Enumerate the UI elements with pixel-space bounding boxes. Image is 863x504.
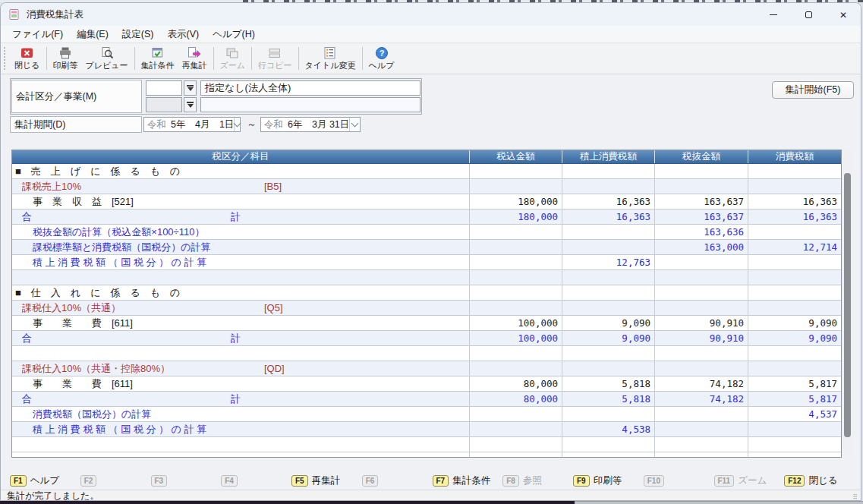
menu-item-file[interactable]: ファイル(F) [5, 26, 70, 43]
row-label: ■ 仕 入 れ に 係 る も の [12, 285, 469, 300]
cell-tax-included-amount: 80,000 [470, 376, 562, 391]
close-window-button[interactable] [826, 3, 861, 26]
chevron-down-icon[interactable] [234, 118, 240, 131]
table-row[interactable] [12, 437, 841, 452]
row-label: 積 上 消 費 税 額 （ 国 税 分 ） の 計 算 [12, 422, 469, 436]
cell-tax-excluded-amount [655, 179, 748, 194]
fkey-badge: F7 [433, 475, 449, 487]
cell-label: 課税標準額と消費税額（国税分）の計算 [12, 240, 470, 254]
table-row[interactable]: 事 業 費 [611]100,0009,09090,9109,090 [12, 316, 841, 331]
toolbar-rowcopy-button: 行コピー [254, 46, 296, 71]
toolbar-recalc-button[interactable]: 再集計 [178, 46, 211, 71]
fkey-f12[interactable]: F12閉じる [784, 474, 855, 487]
cell-consumption-tax: 16,363 [748, 194, 841, 209]
table-row[interactable]: 事 業 費 [611]80,0005,81874,1825,817 [12, 376, 841, 392]
table-row[interactable]: 課税標準額と消費税額（国税分）の計算163,00012,714 [12, 240, 841, 255]
table-row[interactable]: 課税仕入10%（共通）[Q5] [12, 301, 841, 316]
toolbar-button-label: 印刷等 [53, 61, 78, 70]
fkey-label: ヘルプ [30, 474, 59, 487]
preview-icon [100, 46, 114, 60]
fkey-f3: F3 [151, 475, 222, 487]
account-dropdown-button-2[interactable] [184, 97, 197, 112]
toolbar-help-button[interactable]: ?ヘルプ [365, 46, 398, 71]
title-edit-icon [323, 46, 337, 60]
toolbar-button-label: 閉じる [14, 61, 40, 70]
account-dropdown-button[interactable] [184, 80, 197, 96]
fkey-f11: F11ズーム [714, 474, 785, 487]
fkey-f2: F2 [80, 475, 151, 487]
cell-tax-included-amount [470, 361, 562, 376]
period-from-select[interactable]: 令和5年 4月 1日 [143, 117, 241, 132]
table-row[interactable]: 税抜金額の計算（税込金額×100÷110）163,636 [12, 225, 841, 240]
chevron-down-icon[interactable] [349, 118, 360, 131]
table-row[interactable]: 課税仕入10%（共通・控除80%）[QD] [12, 361, 841, 376]
start-aggregation-button[interactable]: 集計開始(F5) [772, 81, 854, 99]
maximize-button[interactable] [791, 3, 826, 26]
table-row[interactable]: 課税売上10%[B5] [12, 179, 841, 194]
menu-item-settings[interactable]: 設定(S) [115, 26, 161, 43]
scrollbar-thumb[interactable] [844, 173, 851, 437]
cell-consumption-tax [748, 270, 841, 285]
menu-item-view[interactable]: 表示(V) [160, 26, 206, 43]
table-row[interactable]: 積 上 消 費 税 額 （ 国 税 分 ） の 計 算4,538 [12, 422, 841, 437]
cell-accumulated-consumption-tax [562, 437, 655, 452]
table-row[interactable] [12, 270, 841, 285]
table-row[interactable]: 事 業 収 益 [521]180,00016,363163,63716,363 [12, 194, 841, 209]
fkey-f1[interactable]: F1ヘルプ [10, 474, 80, 487]
table-row[interactable]: 合計180,00016,363163,63716,363 [12, 209, 841, 225]
fkey-f9[interactable]: F9印刷等 [573, 474, 644, 487]
row-label-right: 計 [231, 392, 241, 406]
cell-accumulated-consumption-tax [562, 240, 655, 254]
toolbar-titlechange-button[interactable]: タイトル変更 [301, 46, 360, 71]
menu-item-edit[interactable]: 編集(E) [70, 26, 115, 43]
fkey-badge: F6 [362, 475, 379, 487]
svg-text:?: ? [379, 49, 384, 58]
table-row-partial [12, 452, 841, 457]
account-code-input-2[interactable] [146, 97, 182, 112]
table-header-row: 税区分／科目税込金額積上消費税額税抜金額消費税額 [12, 150, 841, 164]
period-to-select[interactable]: 令和6年 3月 31日 [260, 117, 361, 132]
account-code-input[interactable] [146, 80, 182, 96]
toolbar-close-button[interactable]: 閉じる [11, 46, 44, 71]
row-label: 合 [12, 209, 469, 224]
menu-item-help[interactable]: ヘルプ(H) [206, 26, 262, 43]
fkey-f7[interactable]: F7集計条件 [433, 474, 503, 487]
table-row[interactable]: ■ 仕 入 れ に 係 る も の [12, 285, 841, 301]
cell-tax-included-amount [470, 255, 562, 269]
table-row[interactable]: ■ 売 上 げ に 係 る も の [12, 164, 841, 179]
fkey-badge: F11 [714, 475, 735, 487]
toolbar-print-button[interactable]: 印刷等 [49, 46, 82, 71]
minimize-button[interactable] [756, 3, 791, 26]
toolbar-conditions-button[interactable]: 集計条件 [137, 46, 178, 71]
desktop-edge-bottom-right [575, 501, 863, 504]
cell-consumption-tax: 9,090 [748, 331, 841, 345]
cell-label: 税抜金額の計算（税込金額×100÷110） [12, 225, 470, 239]
table-row[interactable] [12, 346, 841, 361]
row-label: 消費税額（国税分）の計算 [12, 407, 469, 421]
cell-accumulated-consumption-tax: 5,818 [562, 392, 655, 406]
cell-tax-included-amount [470, 437, 562, 452]
cell-label: 合計 [12, 392, 470, 406]
minimize-icon [770, 14, 777, 15]
cell-accumulated-consumption-tax: 9,090 [562, 331, 655, 345]
cell-tax-included-amount: 100,000 [470, 316, 562, 330]
row-label: 積 上 消 費 税 額 （ 国 税 分 ） の 計 算 [12, 255, 469, 269]
fkey-f5[interactable]: F5再集計 [291, 474, 362, 487]
fkey-badge: F5 [291, 475, 308, 487]
fkey-f6: F6 [362, 475, 433, 487]
table-row[interactable]: 合計80,0005,81874,1825,817 [12, 392, 841, 407]
table-row[interactable]: 消費税額（国税分）の計算4,537 [12, 407, 841, 422]
fkey-badge: F10 [644, 475, 664, 487]
recalc-icon [187, 46, 201, 60]
cell-accumulated-consumption-tax [562, 361, 655, 376]
table-row[interactable]: 積 上 消 費 税 額 （ 国 税 分 ） の 計 算12,763 [12, 255, 841, 270]
table-row[interactable]: 合計100,0009,09090,9109,090 [12, 331, 841, 346]
col-header-consumption-tax: 消費税額 [748, 150, 841, 163]
cell-label: ■ 売 上 げ に 係 る も の [12, 164, 470, 178]
row-copy-icon [268, 46, 282, 60]
cell-accumulated-consumption-tax: 9,090 [562, 316, 655, 330]
toolbar-preview-button[interactable]: プレビュー [82, 46, 132, 71]
cell-tax-excluded-amount: 163,637 [655, 194, 748, 209]
vertical-scrollbar[interactable] [842, 150, 853, 457]
cell-tax-excluded-amount [655, 361, 748, 376]
